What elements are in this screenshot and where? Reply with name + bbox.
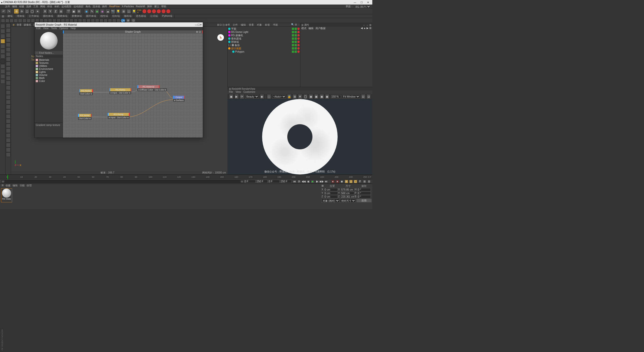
axis-z-icon[interactable]: Z	[53, 9, 58, 14]
field-tab[interactable]: 圆柱体域	[41, 14, 55, 18]
next-frame-icon[interactable]: ▶	[315, 180, 319, 183]
rv-e-icon[interactable]: ⊡	[361, 94, 366, 99]
coord-apply-button[interactable]: 应用	[356, 199, 372, 203]
record2-icon[interactable]	[147, 9, 151, 14]
key-p-icon[interactable]: ◆	[340, 180, 344, 183]
deformer-icon[interactable]: ◉	[100, 9, 105, 14]
light-icon[interactable]: 💡	[116, 9, 121, 14]
subtool-icon[interactable]	[22, 19, 26, 23]
menu-item[interactable]: 编辑	[12, 5, 17, 8]
snap-option-icon[interactable]	[6, 152, 11, 157]
camera-icon[interactable]: 📷	[110, 9, 115, 14]
om-tab[interactable]: 标签	[263, 23, 271, 26]
win-min[interactable]: —	[352, 1, 358, 4]
snap-option-icon[interactable]	[6, 71, 11, 76]
om-tab[interactable]: 书签	[271, 23, 279, 26]
env-icon[interactable]: ☁	[105, 9, 110, 14]
bulb-icon[interactable]: 💡	[132, 9, 137, 14]
rv-auto-select[interactable]: <Auto>	[272, 95, 286, 99]
snap-option-icon[interactable]	[6, 114, 11, 119]
subtool-icon[interactable]	[14, 19, 18, 23]
field-tab[interactable]: 道色画域	[134, 14, 148, 18]
field-tab[interactable]: Python域	[160, 14, 175, 18]
rv-bucket-icon[interactable]: ◉	[260, 94, 264, 99]
rv-f-icon[interactable]: ⊡	[367, 94, 371, 99]
pos-input[interactable]	[325, 188, 338, 191]
win-close[interactable]: ✕	[365, 1, 371, 4]
snap-option-icon[interactable]	[6, 143, 11, 147]
object-row[interactable]: 着色器域	[228, 37, 300, 40]
prev-frame-icon[interactable]: ◀	[306, 180, 310, 183]
rot-input[interactable]	[358, 192, 371, 195]
subtool-icon[interactable]	[5, 19, 9, 23]
om-tab[interactable]: 文件	[231, 23, 239, 26]
next-key-icon[interactable]: ▶▶	[320, 180, 324, 183]
subtool-icon[interactable]	[10, 19, 14, 23]
snap-icon[interactable]	[1, 64, 5, 69]
size-input[interactable]	[341, 192, 354, 195]
record6-icon[interactable]	[166, 9, 171, 14]
shader-graph-window[interactable]: Redshift Shader Graph - RS Material — ☐ …	[34, 22, 203, 138]
snap-option-icon[interactable]	[6, 81, 11, 85]
node-rs-noise[interactable]: RS Noise Out Color	[79, 89, 93, 95]
node-category[interactable]: Environment	[36, 67, 62, 70]
range-start-input[interactable]	[245, 180, 256, 183]
key-scl-icon[interactable]: ◻	[349, 180, 353, 183]
cube-icon[interactable]: ◉	[84, 9, 89, 14]
attr-tab[interactable]: 编辑	[308, 27, 313, 30]
loop-icon[interactable]: ⟳	[297, 180, 301, 183]
field-tab[interactable]: 公式域	[148, 14, 160, 18]
key-opt-icon[interactable]: ⊞	[363, 180, 366, 183]
rv-render-icon[interactable]: ▣	[229, 94, 233, 99]
move-tool-icon[interactable]: ✢	[19, 9, 24, 14]
snap-option-icon[interactable]	[6, 42, 11, 47]
snap-option-icon[interactable]	[6, 52, 11, 57]
rv-b-icon[interactable]: ▣	[314, 94, 319, 99]
win-max[interactable]: ☐	[358, 1, 365, 4]
size-input[interactable]	[341, 188, 354, 191]
spline-icon[interactable]: ✎	[89, 9, 94, 14]
rv-d-icon[interactable]: ▣	[325, 94, 330, 99]
rv-menu-item[interactable]: File	[229, 91, 233, 94]
mat-tab[interactable]: 功能	[20, 184, 25, 187]
rv-circle-icon[interactable]: ◯	[303, 94, 308, 99]
snap-option-icon[interactable]	[6, 28, 11, 33]
workplane-icon[interactable]	[1, 39, 5, 43]
render-region-icon[interactable]: ▣	[71, 9, 76, 14]
record4-icon[interactable]	[156, 9, 161, 14]
pos-input[interactable]	[325, 195, 338, 198]
field-tab[interactable]: 建域	[6, 14, 15, 18]
model-mode-icon[interactable]	[1, 29, 5, 33]
field-tab[interactable]: 线性域	[98, 14, 110, 18]
object-row[interactable]: RS Dome Light	[228, 30, 300, 34]
rv-a-icon[interactable]: ▣	[309, 94, 313, 99]
snap-option-icon[interactable]	[6, 33, 11, 37]
node-category[interactable]: Utilities	[36, 64, 62, 67]
snap-option-icon[interactable]	[6, 105, 11, 109]
snap-option-icon[interactable]	[6, 47, 11, 52]
mat-tab[interactable]: 创建	[6, 184, 11, 187]
grid-icon[interactable]: ⊞	[121, 9, 126, 14]
menu-item[interactable]: 流水线	[93, 5, 100, 8]
attr-tab[interactable]: 模式	[301, 27, 306, 30]
scale-tool-icon[interactable]: ◻	[24, 9, 29, 14]
rv-zoom-input[interactable]	[331, 95, 341, 98]
om-tab[interactable]: 查看	[247, 23, 255, 26]
range-end-input[interactable]	[257, 180, 268, 183]
snap3-icon[interactable]	[1, 74, 5, 79]
menu-item[interactable]: 窗口	[154, 5, 159, 8]
menu-item[interactable]: 插件	[102, 5, 107, 8]
poly-mode-icon[interactable]	[1, 54, 5, 59]
rv-refresh-icon[interactable]: ⟳	[240, 94, 244, 99]
field-tab[interactable]: 圆锥体域	[55, 14, 70, 18]
node-rs-material[interactable]: RS Material Diffuse Color Out Color	[137, 85, 167, 91]
goto-end-icon[interactable]: ⏭	[325, 180, 328, 183]
play-icon[interactable]: ▶	[311, 180, 314, 183]
timeline-ruler[interactable]: document.write(Array.from({length:26},(_…	[0, 174, 372, 179]
snap-option-icon[interactable]	[6, 85, 11, 90]
sw-menu-item[interactable]: Help	[71, 27, 76, 30]
goto-start-icon[interactable]: ⏮	[293, 180, 296, 183]
object-row[interactable]: L>备份	[228, 43, 300, 47]
frame-tot-input[interactable]	[281, 180, 292, 183]
rotate-tool-icon[interactable]: ◯	[30, 9, 35, 14]
